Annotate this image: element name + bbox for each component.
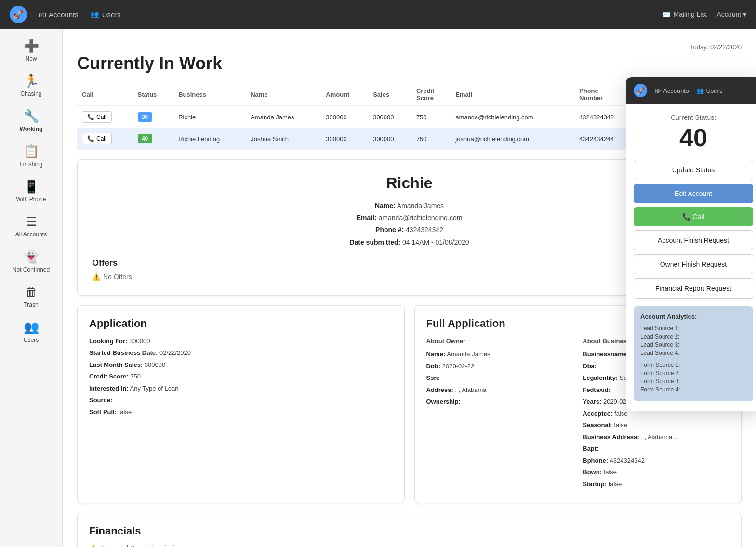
- financial-report-request-button[interactable]: Financial Report Request: [634, 278, 753, 299]
- last-month-row: Last Month Sales: 300000: [89, 360, 393, 370]
- nav-right: ✉️ Mailing List Account ▾: [662, 11, 746, 18]
- main-wrapper: ➕ New 🏃 Chasing 🔧 Working 📋 Finishing 📱 …: [0, 29, 756, 547]
- current-status-value: 40: [634, 123, 753, 152]
- chasing-icon: 🏃: [24, 74, 39, 89]
- col-email: Email: [451, 83, 574, 106]
- email-label: Email:: [357, 214, 377, 221]
- sidebar-item-users[interactable]: 👥 Users: [0, 315, 62, 348]
- rp-nav-users[interactable]: 👥 Users: [696, 87, 722, 94]
- col-credit: CreditScore: [411, 83, 451, 106]
- phone-value: 4324324342: [406, 226, 443, 234]
- nav-accounts[interactable]: 🍽 Accounts: [39, 11, 79, 19]
- rp-nav-accounts[interactable]: 🍽 Accounts: [655, 87, 689, 94]
- date-header: Today: 02/22/2020: [77, 43, 742, 51]
- col-status: Status: [133, 83, 174, 106]
- sales-cell-2: 300000: [368, 128, 411, 150]
- started-date-row: Started Business Date: 02/22/2020: [89, 348, 393, 358]
- phone-label: Phone #:: [375, 226, 404, 234]
- credit-score-row: Credit Score: 750: [89, 372, 393, 381]
- not-confirmed-icon: 👻: [24, 249, 39, 264]
- bphone-row: Bphone: 4324324342: [583, 456, 729, 466]
- sidebar: ➕ New 🏃 Chasing 🔧 Working 📋 Finishing 📱 …: [0, 29, 63, 547]
- call-button-2[interactable]: 📞 Call: [82, 133, 112, 144]
- ssn-row: Ssn:: [426, 373, 573, 383]
- sidebar-item-new[interactable]: ➕ New: [0, 34, 62, 67]
- soft-pull-row: Soft Pull: false: [89, 407, 393, 417]
- warning-icon: ⚠️: [92, 273, 100, 281]
- sidebar-item-with-phone[interactable]: 📱 With Phone: [0, 174, 62, 208]
- credit-cell-1: 750: [411, 106, 451, 128]
- status-badge-1: 30: [138, 112, 152, 122]
- account-dropdown[interactable]: Account ▾: [717, 11, 746, 18]
- date-value: 04:14AM - 01/08/2020: [402, 238, 469, 246]
- sidebar-item-trash[interactable]: 🗑 Trash: [0, 280, 62, 313]
- status-badge-2: 40: [138, 134, 152, 143]
- bapt-row: Bapt:: [583, 444, 729, 454]
- about-owner-title: About Owner: [426, 337, 573, 346]
- financials-missing: ⚠️ Financial Report is missing: [89, 544, 729, 547]
- name-cell-2: Joshua Smith: [246, 128, 321, 150]
- mailing-list-link[interactable]: ✉️ Mailing List: [662, 11, 707, 18]
- app-logo[interactable]: 🚀: [10, 6, 27, 23]
- page-title: Currently In Work: [77, 53, 742, 74]
- source-row: Source:: [89, 395, 393, 405]
- rp-accounts-icon: 🍽: [655, 87, 661, 94]
- owner-finish-request-button[interactable]: Owner Finish Request: [634, 254, 753, 274]
- address-row: Address: , , Alabama: [426, 385, 573, 395]
- biz-address-row: Business Address: , , Alabama...: [583, 432, 729, 442]
- update-status-button[interactable]: Update Status: [634, 160, 753, 180]
- trash-icon: 🗑: [25, 285, 38, 300]
- col-business: Business: [173, 83, 246, 106]
- ownership-row: Ownership:: [426, 397, 573, 406]
- accounts-icon: 🍽: [39, 11, 46, 19]
- users-icon: 👥: [90, 10, 99, 19]
- analytics-section: Account Analytics: Lead Source 1: Lead S…: [634, 306, 753, 401]
- warning-financials-icon: ⚠️: [89, 544, 97, 547]
- sidebar-item-not-confirmed[interactable]: 👻 Not Confirmed: [0, 245, 62, 278]
- name-label: Name:: [375, 202, 396, 209]
- rp-users-icon: 👥: [696, 87, 704, 94]
- sidebar-item-working[interactable]: 🔧 Working: [0, 104, 62, 137]
- mail-icon: ✉️: [662, 11, 670, 18]
- business-cell-1: Richie: [173, 106, 246, 128]
- finishing-icon: 📋: [24, 144, 39, 159]
- analytics-lead-3: Lead Source 3:: [640, 341, 746, 348]
- interested-row: Interested in: Any Type of Loan: [89, 384, 393, 393]
- email-value: amanda@richielending.com: [379, 214, 463, 221]
- call-button[interactable]: 📞 Call: [634, 207, 753, 226]
- sidebar-item-chasing[interactable]: 🏃 Chasing: [0, 69, 62, 102]
- sales-cell-1: 300000: [368, 106, 411, 128]
- financials-title: Financials: [89, 525, 729, 537]
- col-amount: Amount: [321, 83, 368, 106]
- working-icon: 🔧: [24, 109, 39, 124]
- users-sidebar-icon: 👥: [24, 320, 39, 335]
- date-label: Date submitted:: [349, 238, 400, 246]
- dob-row: Dob: 2020-02-22: [426, 362, 573, 371]
- account-finish-request-button[interactable]: Account Finish Request: [634, 230, 753, 250]
- sidebar-item-all-accounts[interactable]: ☰ All Accounts: [0, 209, 62, 243]
- application-card: Application Looking For: 300000 Started …: [77, 305, 405, 504]
- looking-for-row: Looking For: 300000: [89, 337, 393, 346]
- owner-col: About Owner Name: Amanda James Dob: 2020…: [426, 337, 573, 492]
- edit-account-button[interactable]: Edit Account: [634, 184, 753, 203]
- col-call: Call: [77, 83, 133, 106]
- amount-cell-1: 300000: [321, 106, 368, 128]
- col-name: Name: [246, 83, 321, 106]
- email-cell-2: joshua@richielending.com: [451, 128, 574, 150]
- current-status-label: Current Status:: [634, 114, 753, 121]
- analytics-form-2: Form Source 2:: [640, 370, 746, 377]
- analytics-lead-2: Lead Source 2:: [640, 333, 746, 340]
- credit-cell-2: 750: [411, 128, 451, 150]
- sidebar-item-finishing[interactable]: 📋 Finishing: [0, 139, 62, 172]
- analytics-form-1: Form Source 1:: [640, 362, 746, 368]
- analytics-lead-1: Lead Source 1:: [640, 325, 746, 332]
- application-title: Application: [89, 317, 393, 330]
- analytics-lead-4: Lead Source 4:: [640, 350, 746, 356]
- startup-row: Startup: false: [583, 480, 729, 489]
- owner-name-row: Name: Amanda James: [426, 350, 573, 359]
- name-value: Amanda James: [397, 202, 444, 209]
- call-button-1[interactable]: 📞 Call: [82, 111, 112, 123]
- nav-users[interactable]: 👥 Users: [90, 10, 121, 19]
- email-cell-1: amanda@richielending.com: [451, 106, 574, 128]
- name-cell-1: Amanda James: [246, 106, 321, 128]
